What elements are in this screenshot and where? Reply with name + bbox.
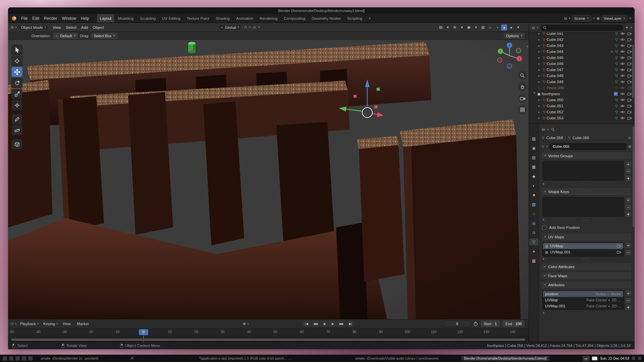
shading-dropdown[interactable]: ▾ <box>515 24 521 31</box>
keyboard-layout-indicator[interactable]: us <box>583 356 589 361</box>
play-button[interactable]: ▶ <box>329 320 337 327</box>
hide-eye-icon[interactable] <box>620 33 625 35</box>
mode-dropdown[interactable]: Object Mode ▾ <box>18 24 49 31</box>
breadcrumb-object[interactable]: Cube.058 <box>546 136 563 140</box>
pin-icon[interactable]: ⊙ <box>628 135 631 140</box>
expand-icon[interactable]: ▸ <box>538 68 541 71</box>
uvmap[interactable]: ▦ UVMap <box>543 243 623 249</box>
start-frame-field[interactable]: Start1 <box>481 320 500 327</box>
plane-006[interactable]: ▸ ▽ ▣ Plane.006 × ▽ ✓ <box>529 85 635 91</box>
drag-dropdown[interactable]: Select Box ▾ <box>92 33 117 39</box>
tab-world[interactable]: ◐ <box>529 182 538 189</box>
disable-render-camera-icon[interactable] <box>627 56 632 59</box>
show-overlays-icon[interactable]: ◉ <box>466 24 472 31</box>
expand-icon[interactable]: ▸ <box>538 38 541 41</box>
cube-050[interactable]: ▸ ▽ ▣ Cube.050 × ▽ ✓ <box>529 97 635 103</box>
expand-icon[interactable]: ▸ <box>538 110 541 114</box>
subpanel-expand-icon[interactable]: ▸ <box>543 311 545 314</box>
cube-052[interactable]: ▸ ▽ ▣ Cube.052 × ▽ ✓ <box>529 109 635 115</box>
disable-render-camera-icon[interactable] <box>627 38 632 41</box>
expand-icon[interactable]: ▸ <box>533 93 536 96</box>
proportional-editing-icon[interactable]: ◎ <box>253 26 256 29</box>
expand-icon[interactable]: ▸ <box>538 44 541 47</box>
uvmap-001[interactable]: UVMap.001 Face Corner ▸ 2D … <box>543 303 623 309</box>
editor-type-dropdown[interactable]: ▾ <box>547 128 548 131</box>
next-keyframe-button[interactable]: ▶▶ <box>337 320 345 327</box>
taskbar-window[interactable]: *[application-x-dpi] (imported)-1.0 (RGB… <box>197 356 296 361</box>
object-type-visibility-icon[interactable]: ▤ <box>438 24 444 31</box>
toggle-xray-icon[interactable]: ▥ <box>480 24 486 31</box>
color-attributes-panel-header[interactable]: ▸ Color Attributes <box>542 263 631 270</box>
cube-042[interactable]: ▸ ▽ ▣ Cube.042 × ▽ ✓ <box>529 37 635 43</box>
menu-item[interactable]: Window <box>59 16 78 21</box>
current-frame-field[interactable]: 0 <box>444 320 471 327</box>
remove-attribute-button[interactable]: − <box>625 297 631 303</box>
tab-particles[interactable]: ∴ <box>529 210 538 217</box>
timeline-track[interactable] <box>8 336 529 342</box>
filter-icon[interactable]: ▼ <box>625 26 629 29</box>
cursor-tool[interactable] <box>11 56 22 66</box>
cube-043[interactable]: ▸ ▽ ▣ Cube.043 × ▽ ✓ <box>529 43 635 49</box>
tab-object[interactable]: ■ <box>529 191 538 198</box>
disable-render-camera-icon[interactable] <box>627 44 632 47</box>
jump-to-end-button[interactable]: ▶| <box>346 320 354 327</box>
clock[interactable]: Sun, 22 Dec 04:53 <box>600 356 629 360</box>
subpanel-expand-icon[interactable]: ▸ <box>543 218 545 221</box>
render-camera-icon[interactable] <box>617 244 621 248</box>
hide-eye-icon[interactable] <box>620 56 625 59</box>
expand-icon[interactable]: ▸ <box>538 98 541 102</box>
hide-eye-icon[interactable] <box>620 80 625 83</box>
hide-eye-icon[interactable] <box>620 50 625 53</box>
expand-icon[interactable]: ▸ <box>538 80 541 83</box>
taskbar-app-icon[interactable] <box>15 356 20 361</box>
gizmos-dropdown[interactable]: ▾ <box>459 24 465 31</box>
workspace-tab[interactable]: Texture Paint <box>184 14 213 22</box>
tab-material[interactable]: ● <box>529 248 538 255</box>
cube-046[interactable]: ▸ ▽ ▣ Cube.046 × ▽ ✓ <box>529 61 635 67</box>
attributes-panel-header[interactable]: ▾ Attributes <box>542 281 631 288</box>
tab-view-layer[interactable]: ▦ <box>529 163 538 170</box>
options-dropdown[interactable]: Options ▾ <box>504 33 525 39</box>
expand-icon[interactable]: ▸ <box>538 33 541 35</box>
add-rest-position-checkbox[interactable] <box>542 226 546 230</box>
tab-constraints[interactable]: ⊙ <box>529 229 538 236</box>
panel-grip[interactable]: ⋯⋯ <box>582 182 590 186</box>
disable-render-camera-icon[interactable] <box>627 110 632 114</box>
transform-tool[interactable] <box>11 100 22 110</box>
prev-keyframe-button[interactable]: ◀◀ <box>311 320 319 327</box>
play-reverse-button[interactable]: ◀ <box>320 320 328 327</box>
menu-item[interactable]: Help <box>78 16 92 21</box>
add-shape-key-button[interactable]: + <box>625 197 631 203</box>
titlebar[interactable]: Blender [/home/amalie/Desktop/blender/ru… <box>8 7 635 14</box>
tab-texture[interactable]: ▩ <box>529 257 538 264</box>
cube-045[interactable]: ▸ ▽ ▣ Cube.045 × ▽ ✓ <box>529 55 635 61</box>
datablock-name-field[interactable]: Cube.065 <box>550 143 626 150</box>
tray-icon[interactable] <box>638 357 641 360</box>
tray-icon[interactable] <box>632 357 635 360</box>
render-camera-icon[interactable] <box>617 250 621 254</box>
disable-render-camera-icon[interactable] <box>627 116 632 120</box>
taskbar-app-icon[interactable] <box>22 356 26 361</box>
taskbar-window[interactable]: amalie -/Desktop/blender (ic: synclient) <box>38 356 101 361</box>
transform-orientation-dropdown[interactable]: ◐ Global ▾ <box>219 24 242 31</box>
snapping-dropdown[interactable]: ▾ <box>249 26 251 29</box>
shading-rendered-icon[interactable]: ● <box>508 24 514 31</box>
hide-eye-icon[interactable] <box>620 44 625 47</box>
visibility-dropdown[interactable]: ▾ <box>445 24 451 31</box>
viewport-menu-item[interactable]: Object <box>90 25 106 29</box>
measure-tool[interactable] <box>11 125 22 135</box>
hide-eye-icon[interactable] <box>620 38 625 41</box>
uv-maps-panel-header[interactable]: ▾ UV Maps <box>542 233 631 240</box>
orientation-settings-dropdown[interactable]: ⊥ Default ▾ <box>53 33 78 39</box>
cube-053[interactable]: ▸ ▽ ▣ Cube.053 × ▽ ✓ <box>529 115 635 121</box>
scene-selector[interactable]: Scene × <box>572 15 591 21</box>
filter-dropdown[interactable]: ▾ <box>631 26 632 29</box>
menu-item[interactable]: Render <box>42 16 59 21</box>
expand-icon[interactable]: ▸ <box>538 116 541 120</box>
hide-eye-icon[interactable] <box>620 86 625 89</box>
add-uv-map-button[interactable]: + <box>625 242 631 248</box>
zoom-icon[interactable] <box>518 71 527 80</box>
taskbar-app-icon[interactable] <box>9 356 13 361</box>
taskbar-app-icon[interactable] <box>28 356 33 361</box>
region-collapse-icon[interactable]: ‹ <box>527 44 528 48</box>
